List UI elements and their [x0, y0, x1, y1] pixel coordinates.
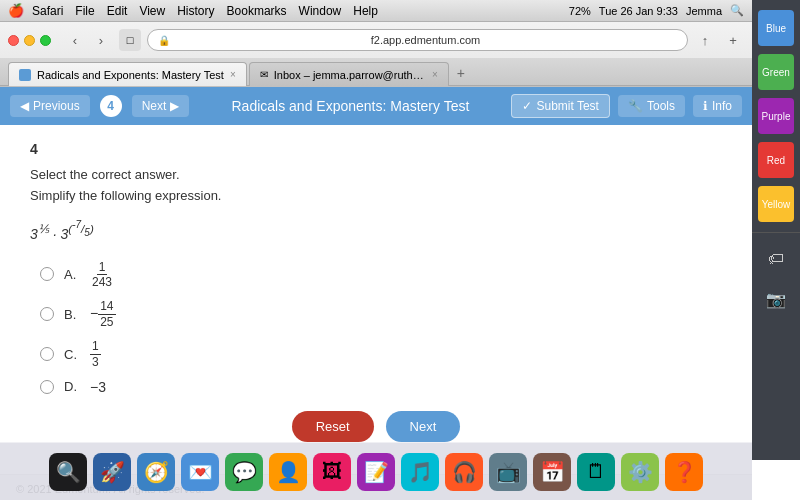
dock-finder[interactable]: 🔍 — [49, 453, 87, 491]
right-sidebar: Blue Green Purple Red Yellow 🏷 📷 — [752, 0, 800, 460]
dock-notes[interactable]: 🗒 — [577, 453, 615, 491]
submit-test-button[interactable]: ✓ Submit Test — [511, 94, 609, 118]
tools-label: Tools — [647, 99, 675, 113]
menu-safari[interactable]: Safari — [32, 4, 63, 18]
browser-chrome: ‹ › □ 🔒 f2.app.edmentum.com ↑ + Radicals… — [0, 22, 752, 87]
menu-bookmarks[interactable]: Bookmarks — [227, 4, 287, 18]
dock-photos[interactable]: 🖼 — [313, 453, 351, 491]
lock-icon: 🔒 — [158, 35, 170, 46]
question-number-badge: 4 — [100, 95, 122, 117]
tools-icon: 🔧 — [628, 99, 643, 113]
dock-contacts[interactable]: 👤 — [269, 453, 307, 491]
sidebar-tags[interactable]: 🏷 — [758, 241, 794, 277]
tools-button[interactable]: 🔧 Tools — [618, 95, 685, 117]
sidebar-blue[interactable]: Blue — [758, 10, 794, 46]
question-number: 4 — [30, 141, 722, 157]
new-tab-button[interactable]: + — [722, 29, 744, 51]
address-bar[interactable]: 🔒 f2.app.edmentum.com — [147, 29, 688, 51]
tab-label: Radicals and Exponents: Mastery Test — [37, 69, 224, 81]
info-icon: ℹ — [703, 99, 708, 113]
submit-check-icon: ✓ — [522, 99, 532, 113]
dock-launchpad[interactable]: 🚀 — [93, 453, 131, 491]
add-tab-button[interactable]: + — [451, 63, 471, 83]
option-a-value: 1 243 — [90, 260, 114, 290]
next-nav-button[interactable]: Next ▶ — [132, 95, 190, 117]
question-content: 4 Select the correct answer. Simplify th… — [0, 125, 752, 474]
back-button[interactable]: ‹ — [63, 29, 87, 51]
radio-c[interactable] — [40, 347, 54, 361]
dock-calendar[interactable]: 📅 — [533, 453, 571, 491]
dock-help[interactable]: ❓ — [665, 453, 703, 491]
menu-edit[interactable]: Edit — [107, 4, 128, 18]
option-c-label: C. — [64, 347, 80, 362]
sidebar-purple[interactable]: Purple — [758, 98, 794, 134]
sidebar-green[interactable]: Green — [758, 54, 794, 90]
option-c[interactable]: C. 1 3 — [40, 339, 722, 369]
question-instruction: Select the correct answer. — [30, 167, 722, 182]
radio-b[interactable] — [40, 307, 54, 321]
option-a-label: A. — [64, 267, 80, 282]
reset-button[interactable]: Reset — [292, 411, 374, 442]
option-d-label: D. — [64, 379, 80, 394]
sidebar-separator — [752, 232, 800, 233]
inbox-tab-close[interactable]: × — [432, 69, 438, 80]
menu-help[interactable]: Help — [353, 4, 378, 18]
search-icon[interactable]: 🔍 — [730, 4, 744, 17]
user-name: Jemma — [686, 5, 722, 17]
previous-button[interactable]: ◀ Previous — [10, 95, 90, 117]
option-b[interactable]: B. − 14 25 — [40, 299, 722, 329]
tab-close-icon[interactable]: × — [230, 69, 236, 80]
submit-label: Submit Test — [536, 99, 598, 113]
dock-mail[interactable]: 💌 — [181, 453, 219, 491]
active-tab[interactable]: Radicals and Exponents: Mastery Test × — [8, 62, 247, 86]
option-b-label: B. — [64, 307, 80, 322]
answer-options: A. 1 243 B. − 14 25 — [40, 260, 722, 395]
radio-a[interactable] — [40, 267, 54, 281]
prev-arrow-icon: ◀ — [20, 99, 29, 113]
menu-file[interactable]: File — [75, 4, 94, 18]
close-button[interactable] — [8, 35, 19, 46]
math-expression: 3⅕ · 3(-7/5) — [30, 219, 722, 242]
apple-menu[interactable]: 🍎 — [8, 3, 24, 18]
next-button[interactable]: Next — [386, 411, 461, 442]
sidebar-yellow[interactable]: Yellow — [758, 186, 794, 222]
option-b-value: − 14 25 — [90, 299, 116, 329]
option-a[interactable]: A. 1 243 — [40, 260, 722, 290]
option-c-value: 1 3 — [90, 339, 101, 369]
battery-indicator: 72% — [569, 5, 591, 17]
tab-favicon — [19, 69, 31, 81]
inbox-favicon: ✉ — [260, 69, 268, 80]
forward-button[interactable]: › — [89, 29, 113, 51]
option-d-value: −3 — [90, 379, 106, 395]
maximize-button[interactable] — [40, 35, 51, 46]
menu-view[interactable]: View — [139, 4, 165, 18]
dock-messages[interactable]: 💬 — [225, 453, 263, 491]
dock-tv[interactable]: 📺 — [489, 453, 527, 491]
minimize-button[interactable] — [24, 35, 35, 46]
dock-music[interactable]: 🎵 — [401, 453, 439, 491]
edmentum-navbar: ◀ Previous 4 Next ▶ Radicals and Exponen… — [0, 87, 752, 125]
tab-overview-button[interactable]: □ — [119, 29, 141, 51]
inbox-tab-label: Inbox – jemma.parrow@ruthachools.com – F… — [274, 69, 426, 81]
next-arrow-icon: ▶ — [170, 99, 179, 113]
tab-bar: Radicals and Exponents: Mastery Test × ✉… — [0, 58, 752, 86]
menu-window[interactable]: Window — [299, 4, 342, 18]
menu-history[interactable]: History — [177, 4, 214, 18]
dock-safari[interactable]: 🧭 — [137, 453, 175, 491]
radio-d[interactable] — [40, 380, 54, 394]
dock: 🔍 🚀 🧭 💌 💬 👤 🖼 📝 🎵 🎧 📺 📅 🗒 ⚙️ ❓ — [0, 442, 752, 500]
option-d[interactable]: D. −3 — [40, 379, 722, 395]
macos-menubar: 🍎 Safari File Edit View History Bookmark… — [0, 0, 752, 22]
sidebar-camera[interactable]: 📷 — [758, 281, 794, 317]
dock-system-prefs[interactable]: ⚙️ — [621, 453, 659, 491]
dock-reminders[interactable]: 📝 — [357, 453, 395, 491]
info-button[interactable]: ℹ Info — [693, 95, 742, 117]
previous-label: Previous — [33, 99, 80, 113]
inbox-tab[interactable]: ✉ Inbox – jemma.parrow@ruthachools.com –… — [249, 62, 449, 86]
url-text: f2.app.edmentum.com — [174, 34, 677, 46]
info-label: Info — [712, 99, 732, 113]
traffic-lights — [8, 35, 51, 46]
share-button[interactable]: ↑ — [694, 29, 716, 51]
dock-podcasts[interactable]: 🎧 — [445, 453, 483, 491]
sidebar-red[interactable]: Red — [758, 142, 794, 178]
